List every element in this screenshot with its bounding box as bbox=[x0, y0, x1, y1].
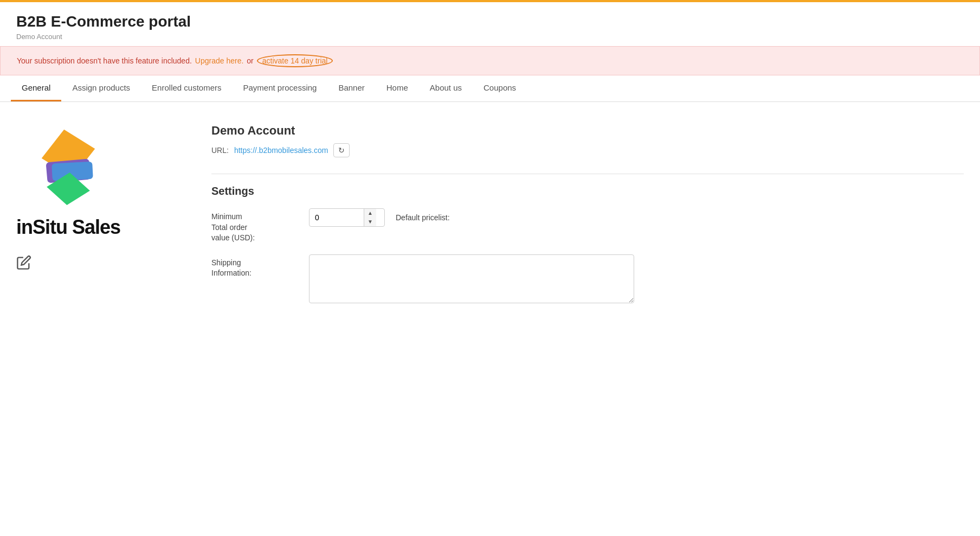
tab-assign-products[interactable]: Assign products bbox=[61, 75, 141, 101]
minimum-order-input[interactable] bbox=[310, 210, 364, 225]
shipping-info-textarea[interactable] bbox=[309, 254, 634, 303]
tab-general[interactable]: General bbox=[11, 75, 61, 101]
alert-banner: Your subscription doesn't have this feat… bbox=[0, 46, 980, 75]
url-link[interactable]: https://.b2bmobilesales.com bbox=[234, 146, 328, 155]
tab-about-us[interactable]: About us bbox=[419, 75, 473, 101]
shipping-info-row: ShippingInformation: bbox=[211, 254, 964, 305]
default-pricelist-label: Default pricelist: bbox=[396, 213, 450, 222]
activate-trial-link[interactable]: activate 14 day trial bbox=[257, 54, 333, 67]
shipping-info-input-group bbox=[309, 254, 634, 305]
minimum-order-label: MinimumTotal ordervalue (USD): bbox=[211, 208, 298, 244]
spinner-buttons: ▲ ▼ bbox=[364, 209, 376, 226]
alert-or: or bbox=[247, 56, 253, 65]
logo-area: inSitu Sales bbox=[16, 124, 120, 239]
alert-message: Your subscription doesn't have this feat… bbox=[17, 56, 192, 65]
header: B2B E-Commerce portal Demo Account bbox=[0, 2, 980, 46]
spinner-down-button[interactable]: ▼ bbox=[364, 218, 376, 226]
minimum-order-row: MinimumTotal ordervalue (USD): ▲ ▼ Defau… bbox=[211, 208, 964, 244]
spinner-up-button[interactable]: ▲ bbox=[364, 209, 376, 218]
trial-circle-container: activate 14 day trial bbox=[257, 54, 333, 67]
shipping-info-label: ShippingInformation: bbox=[211, 254, 298, 279]
tab-coupons[interactable]: Coupons bbox=[473, 75, 527, 101]
url-label: URL: bbox=[211, 146, 229, 155]
logo-graphic bbox=[25, 124, 112, 210]
upgrade-link[interactable]: Upgrade here. bbox=[195, 56, 244, 65]
brand-name: inSitu Sales bbox=[16, 216, 120, 239]
main-content: inSitu Sales Demo Account URL: https://.… bbox=[0, 102, 980, 327]
tab-payment-processing[interactable]: Payment processing bbox=[233, 75, 328, 101]
edit-logo-button[interactable] bbox=[16, 255, 31, 272]
tab-banner[interactable]: Banner bbox=[327, 75, 375, 101]
settings-form: MinimumTotal ordervalue (USD): ▲ ▼ Defau… bbox=[211, 208, 964, 305]
account-subtitle: Demo Account bbox=[16, 33, 964, 41]
left-panel: inSitu Sales bbox=[16, 124, 179, 305]
tab-enrolled-customers[interactable]: Enrolled customers bbox=[141, 75, 232, 101]
refresh-url-button[interactable]: ↻ bbox=[333, 143, 350, 157]
account-name-heading: Demo Account bbox=[211, 124, 964, 138]
tabs-bar: General Assign products Enrolled custome… bbox=[0, 75, 980, 102]
minimum-order-input-group: ▲ ▼ Default pricelist: bbox=[309, 208, 964, 227]
page-title: B2B E-Commerce portal bbox=[16, 13, 964, 30]
settings-section: Settings MinimumTotal ordervalue (USD): … bbox=[211, 174, 964, 305]
url-row: URL: https://.b2bmobilesales.com ↻ bbox=[211, 143, 964, 157]
settings-title: Settings bbox=[211, 185, 964, 197]
right-panel: Demo Account URL: https://.b2bmobilesale… bbox=[211, 124, 964, 305]
minimum-order-wrapper: ▲ ▼ bbox=[309, 208, 385, 227]
tab-home[interactable]: Home bbox=[376, 75, 419, 101]
